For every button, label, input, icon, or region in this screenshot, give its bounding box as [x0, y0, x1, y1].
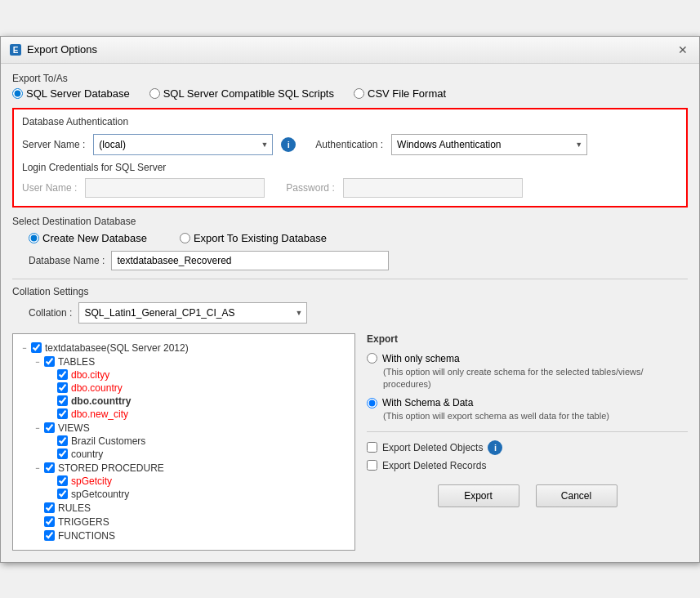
radio-csv-format-label: CSV File Format [368, 87, 446, 100]
tree-triggers-node: − TRIGGERS [33, 515, 348, 529]
tree-brazil-row: − Brazil Customers [46, 435, 348, 448]
tree-spgetcountry-checkbox[interactable] [57, 489, 68, 499]
tree-cityy-checkbox[interactable] [57, 369, 68, 380]
radio-sql-compatible-label: SQL Server Compatible SQL Scripts [163, 87, 334, 100]
tree-country-label: dbo.country [69, 382, 124, 394]
tree-tables-expand[interactable]: − [33, 357, 42, 367]
export-schema-only-radio[interactable] [367, 353, 377, 364]
export-deleted-records-checkbox[interactable] [367, 460, 377, 471]
db-name-input[interactable] [111, 251, 389, 270]
auth-select[interactable]: Windows Authentication SQL Server Authen… [391, 134, 587, 155]
tree-sp-checkbox[interactable] [44, 462, 55, 473]
collation-title: Collation Settings [12, 286, 688, 297]
tree-spgetcity-checkbox[interactable] [57, 475, 68, 486]
tree-new-city-checkbox[interactable] [57, 408, 68, 419]
tree-counttry-checkbox[interactable] [57, 395, 68, 406]
tree-views-checkbox[interactable] [44, 422, 55, 433]
export-schema-data-option: With Schema & Data (This option will exp… [367, 397, 688, 422]
btn-row: Export Cancel [367, 484, 688, 507]
auth-select-wrapper: Windows Authentication SQL Server Authen… [391, 134, 587, 155]
export-button[interactable]: Export [438, 484, 519, 507]
tree-sp-node: − STORED PROCEDURE − spGetcity [33, 462, 348, 501]
tree-country-view-checkbox[interactable] [57, 448, 68, 459]
tree-root-label: textdatabasee(SQL Server 2012) [43, 342, 190, 354]
radio-create-new-label: Create New Database [42, 232, 147, 244]
radio-export-existing[interactable]: Export To Existing Database [180, 232, 327, 244]
tree-counttry-row: − dbo.counttry [46, 395, 348, 408]
radio-create-new[interactable]: Create New Database [29, 232, 147, 244]
export-deleted-objects-row: Export Deleted Objects i [367, 440, 688, 455]
server-info-icon[interactable]: i [281, 137, 296, 152]
tree-views-children: − Brazil Customers − country [46, 435, 348, 461]
auth-server-row: Server Name : (local) i Authentication :… [22, 134, 678, 155]
export-schema-data-radio[interactable] [367, 398, 377, 408]
login-creds-section: Login Credentials for SQL Server User Na… [22, 162, 678, 198]
username-label: User Name : [22, 182, 77, 194]
tree-sp-children: − spGetcity − spGetcountry [46, 475, 348, 501]
collation-select[interactable]: SQL_Latin1_General_CP1_CI_AS Latin1_Gene… [78, 302, 307, 324]
radio-sql-compatible[interactable]: SQL Server Compatible SQL Scripts [149, 87, 334, 100]
tree-root-node: − textdatabasee(SQL Server 2012) − TABLE… [20, 341, 348, 542]
dest-db-title: Select Destination Database [12, 216, 688, 227]
tree-brazil-label: Brazil Customers [69, 435, 147, 447]
export-deleted-records-label: Export Deleted Records [382, 460, 486, 471]
tree-root-children: − TABLES − dbo.cityy [33, 355, 348, 542]
collation-row: Collation : SQL_Latin1_General_CP1_CI_AS… [12, 302, 688, 324]
tree-new-city-label: dbo.new_city [69, 408, 130, 420]
export-deleted-objects-checkbox[interactable] [367, 442, 377, 453]
tree-country-view-label: country [69, 448, 105, 460]
login-creds-title: Login Credentials for SQL Server [22, 162, 678, 173]
tree-tables-children: − dbo.cityy − dbo.country [46, 368, 348, 421]
bottom-section: − textdatabasee(SQL Server 2012) − TABLE… [12, 333, 688, 551]
deleted-objects-info-icon[interactable]: i [488, 440, 502, 455]
cancel-button[interactable]: Cancel [536, 484, 618, 507]
tree-country-row: − dbo.country [46, 382, 348, 395]
tree-cityy-label: dbo.cityy [69, 369, 111, 381]
export-divider [367, 431, 688, 432]
dialog-title: Export Options [27, 43, 97, 56]
tree-spgetcountry-row: − spGetcountry [46, 488, 348, 501]
creds-row: User Name : Password : [22, 178, 678, 198]
tree-functions-checkbox[interactable] [44, 530, 55, 541]
db-name-label: Database Name : [29, 255, 105, 266]
tree-root-expand[interactable]: − [20, 343, 29, 353]
username-input[interactable] [85, 178, 265, 198]
close-button[interactable]: ✕ [675, 42, 691, 58]
db-auth-section: Database Authentication Server Name : (l… [12, 108, 688, 208]
radio-csv-format[interactable]: CSV File Format [354, 87, 446, 100]
tree-spgetcity-row: − spGetcity [46, 475, 348, 488]
tree-spgetcity-label: spGetcity [69, 475, 114, 487]
export-panel: Export With only schema (This option wil… [367, 333, 688, 551]
divider-1 [12, 279, 688, 279]
tree-cityy-row: − dbo.cityy [46, 368, 348, 382]
tree-triggers-checkbox[interactable] [44, 516, 55, 527]
tree-tables-label: TABLES [56, 356, 96, 368]
password-input[interactable] [343, 178, 523, 198]
tree-sp-label: STORED PROCEDURE [56, 462, 166, 474]
export-deleted-objects-label: Export Deleted Objects [382, 442, 483, 453]
collation-section: Collation Settings Collation : SQL_Latin… [12, 286, 688, 324]
export-deleted-records-row: Export Deleted Records [367, 460, 688, 471]
tree-root-checkbox[interactable] [31, 342, 42, 353]
tree-tables-row: − TABLES [33, 355, 348, 368]
tree-triggers-row: − TRIGGERS [33, 515, 348, 529]
tree-views-expand[interactable]: − [33, 423, 42, 433]
radio-export-existing-label: Export To Existing Database [194, 232, 327, 244]
export-schema-only-radio-row: With only schema [367, 353, 688, 364]
export-to-as-section: Export To/As SQL Server Database SQL Ser… [12, 72, 688, 100]
tree-panel: − textdatabasee(SQL Server 2012) − TABLE… [12, 333, 355, 551]
tree-country-checkbox[interactable] [57, 382, 68, 393]
tree-brazil-checkbox[interactable] [57, 435, 68, 446]
tree-tables-checkbox[interactable] [44, 356, 55, 367]
server-name-select[interactable]: (local) [93, 134, 273, 155]
svg-text:E: E [13, 46, 19, 55]
tree-functions-label: FUNCTIONS [56, 530, 117, 542]
tree-sp-expand[interactable]: − [33, 463, 42, 473]
tree-root-row: − textdatabasee(SQL Server 2012) [20, 341, 348, 355]
radio-sql-server-db[interactable]: SQL Server Database [12, 87, 130, 100]
export-panel-title: Export [367, 333, 688, 345]
password-label: Password : [286, 182, 334, 194]
tree-rules-checkbox[interactable] [44, 502, 55, 513]
tree-tables-node: − TABLES − dbo.cityy [33, 355, 348, 421]
auth-label: Authentication : [315, 139, 383, 150]
